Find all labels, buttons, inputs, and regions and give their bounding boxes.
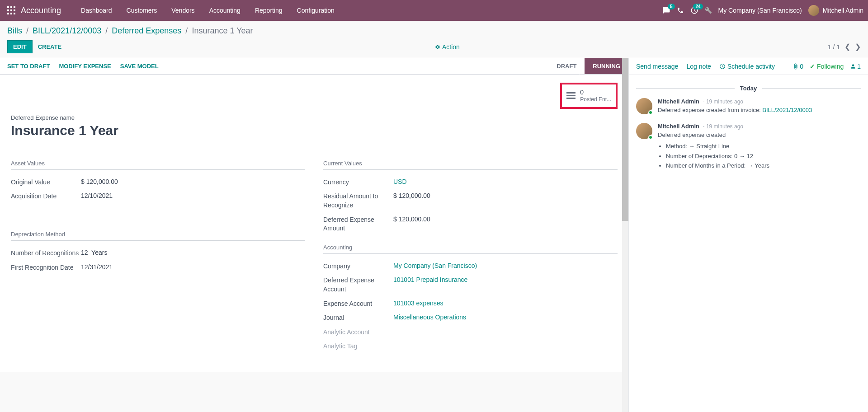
original-value: $ 120,000.00: [81, 178, 305, 185]
followers-button[interactable]: 1: [850, 63, 861, 70]
chatter-messages: Today Mitchell Admin - 19 minutes ago De…: [629, 75, 868, 185]
tracking-item: Number of Depreciations: 0 → 12: [666, 152, 861, 161]
avatar: [808, 5, 819, 16]
deferred-account-label: Deferred Expense Account: [323, 276, 393, 294]
log-note-button[interactable]: Log note: [686, 63, 711, 70]
current-values-title: Current Values: [323, 160, 618, 170]
top-nav: Accounting Dashboard Customers Vendors A…: [0, 0, 868, 21]
main-content: SET TO DRAFT MODIFY EXPENSE SAVE MODEL D…: [0, 58, 868, 412]
clock-icon: [719, 63, 726, 70]
residual-value: $ 120,000.00: [393, 192, 618, 199]
currency-label: Currency: [323, 178, 393, 187]
acquisition-date: 12/10/2021: [81, 192, 305, 199]
modify-expense-button[interactable]: MODIFY EXPENSE: [59, 63, 111, 70]
message-content: Deferred expense created Method: → Strai…: [658, 131, 861, 170]
message-author: Mitchell Admin: [658, 123, 699, 130]
user-name: Mitchell Admin: [823, 7, 863, 14]
chat-badge: 5: [668, 4, 675, 9]
message-time: - 19 minutes ago: [703, 98, 743, 105]
menu-vendors[interactable]: Vendors: [164, 0, 202, 21]
acquisition-date-label: Acquisition Date: [11, 192, 81, 201]
menu-configuration[interactable]: Configuration: [290, 0, 342, 21]
form-sheet: 0 Posted Ent... Deferred Expense name In…: [0, 75, 628, 372]
set-to-draft-button[interactable]: SET TO DRAFT: [7, 63, 50, 70]
schedule-activity-button[interactable]: Schedule activity: [719, 63, 775, 70]
message-item: Mitchell Admin - 19 minutes ago Deferred…: [636, 98, 861, 115]
avatar: [636, 98, 652, 114]
pager-prev[interactable]: ❮: [844, 42, 850, 51]
svg-rect-3: [7, 9, 9, 11]
create-button[interactable]: CREATE: [33, 41, 67, 53]
message-time: - 19 minutes ago: [703, 123, 743, 130]
posted-entries-button[interactable]: 0 Posted Ent...: [560, 83, 618, 109]
message-item: Mitchell Admin - 19 minutes ago Deferred…: [636, 123, 861, 171]
chatter-toolbar: Send message Log note Schedule activity …: [629, 58, 868, 75]
company-value[interactable]: My Company (San Francisco): [393, 262, 618, 269]
svg-rect-6: [7, 13, 9, 14]
message-author: Mitchell Admin: [658, 98, 699, 105]
breadcrumb-bills[interactable]: Bills: [7, 26, 22, 35]
tracking-item: Number of Months in a Period: → Years: [666, 161, 861, 170]
phone-icon[interactable]: [677, 7, 684, 14]
expense-account-value[interactable]: 101003 expenses: [393, 300, 618, 307]
accounting-title: Accounting: [323, 244, 618, 254]
name-label: Deferred Expense name: [11, 114, 618, 121]
svg-rect-1: [10, 6, 12, 8]
residual-label: Residual Amount to Recognize: [323, 192, 393, 210]
scrollbar[interactable]: [622, 58, 628, 412]
menu-customers[interactable]: Customers: [119, 0, 165, 21]
status-bar: SET TO DRAFT MODIFY EXPENSE SAVE MODEL D…: [0, 58, 628, 75]
activity-badge: 24: [693, 4, 703, 9]
attachments-button[interactable]: 0: [793, 63, 803, 70]
deferred-amount: $ 120,000.00: [393, 215, 618, 223]
company-selector[interactable]: My Company (San Francisco): [718, 7, 802, 14]
send-message-button[interactable]: Send message: [636, 63, 678, 70]
asset-values-title: Asset Values: [11, 160, 305, 170]
person-icon: [850, 63, 856, 70]
edit-button[interactable]: EDIT: [7, 40, 33, 53]
gear-icon: [435, 44, 440, 50]
posted-label: Posted Ent...: [580, 96, 611, 103]
save-model-button[interactable]: SAVE MODEL: [120, 63, 159, 70]
app-brand[interactable]: Accounting: [21, 6, 61, 15]
paperclip-icon: [793, 63, 799, 70]
debug-icon[interactable]: [705, 7, 712, 14]
pager-next[interactable]: ❯: [855, 42, 861, 51]
following-button[interactable]: ✓ Following: [810, 63, 844, 70]
first-recognition-date: 12/31/2021: [81, 263, 305, 271]
svg-rect-8: [14, 13, 15, 14]
avatar: [636, 123, 652, 139]
breadcrumb-current: Insurance 1 Year: [192, 26, 253, 35]
currency-value[interactable]: USD: [393, 178, 618, 185]
pager-text: 1 / 1: [828, 43, 840, 51]
apps-icon[interactable]: [5, 4, 18, 17]
posted-count: 0: [580, 88, 611, 96]
menu-reporting[interactable]: Reporting: [248, 0, 290, 21]
user-menu[interactable]: Mitchell Admin: [808, 5, 863, 16]
journal-value[interactable]: Miscellaneous Operations: [393, 314, 618, 321]
menu-accounting[interactable]: Accounting: [202, 0, 248, 21]
analytic-account-label: Analytic Account: [323, 328, 393, 337]
breadcrumb-deferred[interactable]: Deferred Expenses: [112, 26, 181, 35]
menu-dashboard[interactable]: Dashboard: [74, 0, 119, 21]
depreciation-title: Depreciation Method: [11, 231, 305, 241]
chat-icon[interactable]: 5: [662, 6, 670, 14]
svg-rect-0: [7, 6, 9, 8]
recognitions-value: 12 Years: [81, 249, 305, 256]
svg-rect-5: [14, 9, 15, 11]
top-menu: Dashboard Customers Vendors Accounting R…: [74, 0, 342, 21]
expense-account-label: Expense Account: [323, 300, 393, 309]
action-dropdown[interactable]: Action: [435, 43, 460, 51]
breadcrumb-bill[interactable]: BILL/2021/12/0003: [33, 26, 101, 35]
svg-rect-4: [10, 9, 12, 11]
control-bar: EDIT CREATE Action 1 / 1 ❮ ❯: [0, 37, 868, 58]
deferred-amount-label: Deferred Expense Amount: [323, 215, 393, 233]
analytic-tag-label: Analytic Tag: [323, 342, 393, 351]
message-content: Deferred expense created from invoice: B…: [658, 106, 861, 115]
recognitions-label: Number of Recognitions: [11, 249, 81, 258]
svg-rect-2: [14, 6, 15, 8]
deferred-account-value[interactable]: 101001 Prepaid Insurance: [393, 276, 618, 283]
invoice-link[interactable]: BILL/2021/12/0003: [762, 107, 812, 113]
activity-icon[interactable]: 24: [690, 6, 698, 14]
company-label: Company: [323, 262, 393, 271]
